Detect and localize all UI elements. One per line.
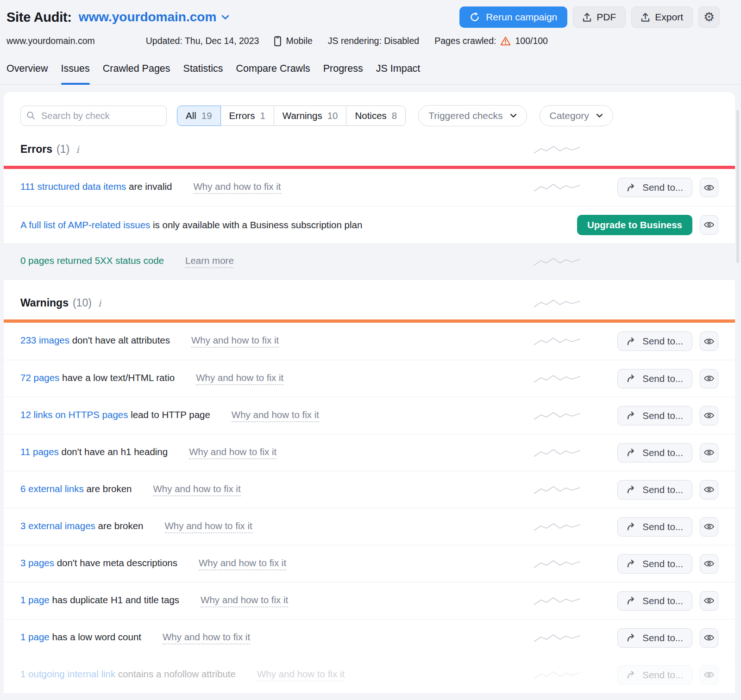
tab-issues[interactable]: Issues	[61, 63, 90, 84]
why-and-how-to-fix-link[interactable]: Why and how to fix it	[201, 594, 288, 607]
eye-icon	[703, 375, 715, 382]
filter-bar: All19Errors1Warnings10Notices8 Triggered…	[4, 105, 735, 126]
issue-count-link[interactable]: 11 pages	[20, 446, 59, 457]
chevron-down-icon	[510, 113, 517, 118]
send-to-button[interactable]: Send to...	[617, 406, 692, 425]
why-and-how-to-fix-link[interactable]: Why and how to fix it	[232, 409, 319, 422]
why-and-how-to-fix-link[interactable]: Why and how to fix it	[153, 483, 240, 496]
tab-progress[interactable]: Progress	[323, 63, 363, 84]
issue-count-link[interactable]: 3 pages	[20, 557, 54, 569]
send-to-button[interactable]: Send to...	[617, 665, 692, 685]
trend-sparkline	[533, 558, 581, 570]
issue-count-link[interactable]: 72 pages	[20, 372, 59, 383]
info-icon[interactable]: i	[76, 144, 79, 155]
updated-date: Updated: Thu, Dec 14, 2023	[146, 36, 259, 46]
issue-row: 11 pages don't have an h1 headingWhy and…	[4, 434, 735, 471]
tab-crawled-pages[interactable]: Crawled Pages	[103, 63, 170, 84]
hide-issue-button[interactable]	[700, 591, 718, 611]
errors-rows: 111 structured data items are invalidWhy…	[4, 169, 735, 280]
why-and-how-to-fix-link[interactable]: Why and how to fix it	[199, 557, 286, 570]
issue-count-link[interactable]: 111 structured data items	[20, 181, 126, 192]
issue-count-link[interactable]: 1 page	[20, 594, 50, 606]
section-title: Errors	[20, 143, 52, 156]
segment-warnings[interactable]: Warnings10	[274, 106, 347, 126]
send-arrow-icon	[627, 448, 636, 457]
send-to-button[interactable]: Send to...	[617, 628, 692, 648]
triggered-checks-dropdown[interactable]: Triggered checks	[418, 105, 527, 126]
send-to-button[interactable]: Send to...	[617, 331, 692, 351]
hide-issue-button[interactable]	[700, 406, 718, 425]
issue-count-link[interactable]: 12 links on HTTPS pages	[20, 409, 128, 420]
trend-sparkline	[533, 447, 581, 459]
hide-issue-button[interactable]	[700, 480, 718, 500]
search-input[interactable]	[20, 106, 167, 126]
hide-issue-button[interactable]	[700, 331, 718, 351]
why-and-how-to-fix-link[interactable]: Why and how to fix it	[196, 372, 283, 385]
send-to-button[interactable]: Send to...	[617, 480, 692, 500]
segment-all[interactable]: All19	[177, 106, 221, 126]
send-to-button[interactable]: Send to...	[617, 178, 692, 197]
tab-js-impact[interactable]: JS Impact	[376, 63, 421, 84]
issue-count-link[interactable]: 3 external images	[20, 520, 95, 531]
issue-row: 72 pages have a low text/HTML ratioWhy a…	[4, 360, 735, 397]
segment-errors[interactable]: Errors1	[220, 106, 274, 126]
hide-issue-button[interactable]	[700, 178, 718, 197]
campaign-selector[interactable]: www.yourdomain.com	[79, 10, 230, 25]
send-to-button[interactable]: Send to...	[617, 443, 692, 462]
issue-count-link[interactable]: 1 outgoing internal link	[20, 669, 115, 680]
issue-count-link-success[interactable]: 0 pages returned 5XX status code	[20, 255, 164, 266]
why-and-how-to-fix-link[interactable]: Learn more	[185, 255, 234, 268]
warning-triangle-icon[interactable]	[500, 36, 511, 46]
settings-gear-button[interactable]: ⚙	[698, 6, 720, 28]
send-arrow-icon	[627, 485, 636, 494]
page-header: Site Audit: www.yourdomain.com Rerun cam…	[0, 0, 741, 46]
eye-icon	[703, 184, 715, 192]
trend-sparkline	[533, 669, 581, 681]
issue-row: 12 links on HTTPS pages lead to HTTP pag…	[4, 397, 735, 434]
send-to-button[interactable]: Send to...	[617, 369, 692, 388]
hide-issue-button[interactable]	[700, 215, 718, 235]
hide-issue-button[interactable]	[700, 554, 718, 574]
trend-sparkline	[533, 484, 581, 496]
why-and-how-to-fix-link[interactable]: Why and how to fix it	[193, 181, 281, 194]
send-to-button[interactable]: Send to...	[617, 517, 692, 537]
issues-panel: All19Errors1Warnings10Notices8 Triggered…	[4, 92, 735, 693]
section-sparkline	[533, 297, 581, 309]
trend-sparkline	[533, 595, 581, 607]
why-and-how-to-fix-link[interactable]: Why and how to fix it	[189, 446, 276, 459]
hide-issue-button[interactable]	[700, 628, 718, 648]
send-to-button[interactable]: Send to...	[617, 591, 692, 611]
export-button[interactable]: Export	[631, 6, 693, 28]
tab-overview[interactable]: Overview	[6, 63, 48, 84]
why-and-how-to-fix-link[interactable]: Why and how to fix it	[191, 335, 279, 348]
why-and-how-to-fix-link[interactable]: Why and how to fix it	[165, 520, 252, 533]
hide-issue-button[interactable]	[700, 369, 718, 388]
errors-section-header: Errors(1)i	[4, 143, 735, 156]
hide-issue-button[interactable]	[700, 443, 718, 462]
issue-count-link[interactable]: A full list of AMP-related issues	[20, 219, 150, 231]
tab-compare-crawls[interactable]: Compare Crawls	[236, 63, 310, 84]
upgrade-to-business-button[interactable]: Upgrade to Business	[577, 215, 692, 235]
tab-statistics[interactable]: Statistics	[183, 63, 223, 84]
why-and-how-to-fix-link[interactable]: Why and how to fix it	[163, 631, 250, 644]
why-and-how-to-fix-link[interactable]: Why and how to fix it	[257, 669, 345, 681]
category-dropdown[interactable]: Category	[540, 105, 613, 126]
rerun-campaign-button[interactable]: Rerun campaign	[459, 6, 567, 28]
issue-count-link[interactable]: 6 external links	[20, 483, 84, 494]
section-count: (10)	[73, 297, 92, 309]
row-actions: Send to...	[603, 406, 718, 425]
issue-count-link[interactable]: 233 images	[20, 335, 69, 346]
send-to-button[interactable]: Send to...	[617, 554, 692, 574]
segment-notices[interactable]: Notices8	[346, 106, 406, 126]
row-actions: Send to...	[603, 517, 718, 537]
section-title: Warnings	[20, 297, 69, 309]
issue-row: 3 pages don't have meta descriptionsWhy …	[4, 545, 735, 582]
scrollbar[interactable]	[736, 110, 739, 263]
hide-issue-button[interactable]	[700, 665, 718, 685]
issue-count-link[interactable]: 1 page	[20, 631, 50, 643]
warnings-rows: 233 images don't have alt attributesWhy …	[4, 323, 735, 693]
pdf-button[interactable]: PDF	[573, 6, 626, 28]
info-icon[interactable]: i	[98, 298, 101, 309]
hide-issue-button[interactable]	[700, 517, 718, 537]
eye-icon	[703, 671, 715, 679]
